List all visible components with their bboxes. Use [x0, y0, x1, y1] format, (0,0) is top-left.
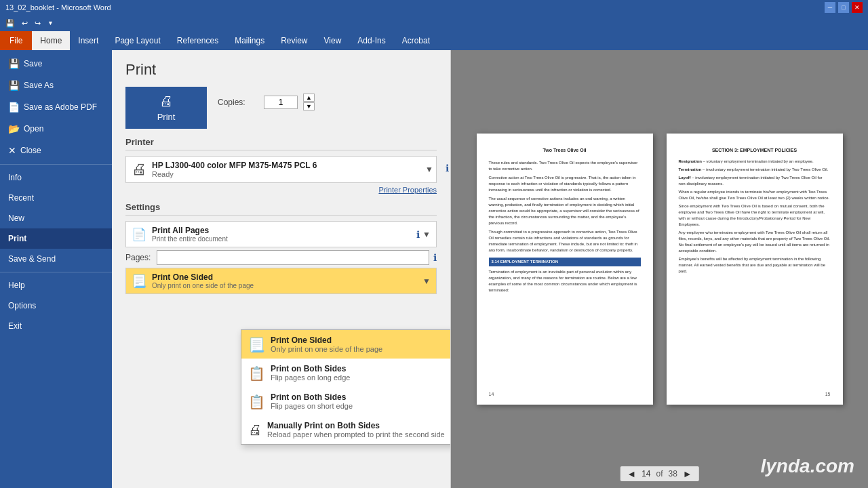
copies-label: Copies:	[218, 98, 258, 107]
next-page-button[interactable]: ►	[683, 468, 692, 479]
open-label: Open	[24, 124, 43, 134]
close-button[interactable]: ✕	[852, 2, 863, 13]
print-button[interactable]: 🖨 Print	[125, 87, 207, 129]
printer-status: Ready	[152, 170, 317, 178]
print-one-sided-dropdown-icon[interactable]: ▼	[422, 277, 431, 286]
pages-label: Pages:	[125, 253, 153, 262]
dropdown-option-manually[interactable]: 🖨 Manually Print on Both Sides Reload pa…	[241, 415, 451, 444]
printer-section-title: Printer	[125, 137, 437, 150]
right-para-1: Resignation – voluntary employment termi…	[679, 159, 831, 165]
save-quick-button[interactable]: 💾	[3, 18, 18, 29]
both-long-option-main: Print on Both Sides	[271, 364, 350, 373]
print-all-pages-info-icon[interactable]: ℹ	[416, 229, 420, 240]
prev-page-button[interactable]: ◄	[627, 468, 636, 479]
backstage-save[interactable]: 💾 Save	[0, 53, 112, 75]
dropdown-option-both-long[interactable]: 📋 Print on Both Sides Flip pages on long…	[241, 359, 451, 387]
right-para-7: Employee's benefits will be affected by …	[679, 256, 831, 274]
print-button-label: Print	[157, 112, 176, 122]
undo-button[interactable]: ↩	[19, 18, 31, 29]
current-page-number: 14	[642, 469, 650, 479]
printer-dropdown-icon[interactable]: ▼	[425, 165, 433, 174]
one-sided-option-text: Print One Sided Only print on one side o…	[271, 336, 382, 353]
dropdown-option-both-short[interactable]: 📋 Print on Both Sides Flip pages on shor…	[241, 387, 451, 415]
backstage-options[interactable]: Options	[0, 296, 112, 316]
both-long-option-sub: Flip pages on long edge	[271, 373, 350, 382]
tab-insert[interactable]: Insert	[70, 31, 106, 50]
backstage-exit[interactable]: Exit	[0, 316, 112, 336]
left-page-title: Two Trees Olive Oil	[489, 147, 641, 155]
printer-row[interactable]: 🖨 HP LJ300-400 color MFP M375-M475 PCL 6…	[125, 156, 437, 183]
backstage-info[interactable]: Info	[0, 167, 112, 188]
backstage-open[interactable]: 📂 Open	[0, 118, 112, 140]
tab-file[interactable]: File	[0, 31, 32, 50]
window-controls[interactable]: ─ □ ✕	[825, 2, 863, 13]
open-icon: 📂	[8, 123, 20, 134]
customize-quick-access-button[interactable]: ▼	[45, 18, 56, 28]
pages-input-row: Pages: ℹ	[125, 250, 437, 265]
printer-selector: 🖨 HP LJ300-400 color MFP M375-M475 PCL 6…	[125, 156, 437, 183]
preview-page-right: SECTION 3: EMPLOYMENT POLICIES Resignati…	[667, 134, 843, 405]
dropdown-option-one-sided[interactable]: 📃 Print One Sided Only print on one side…	[241, 330, 451, 359]
left-para-3: The usual sequence of corrective actions…	[489, 196, 641, 226]
tab-home[interactable]: Home	[32, 31, 70, 50]
backstage-savesend[interactable]: Save & Send	[0, 249, 112, 269]
backstage-close[interactable]: ✕ Close	[0, 140, 112, 161]
print-all-pages-row[interactable]: 📄 Print All Pages Print the entire docum…	[125, 221, 437, 247]
pages-info-icon[interactable]: ℹ	[433, 252, 437, 263]
copies-up-button[interactable]: ▲	[303, 94, 315, 102]
print-title: Print	[125, 61, 437, 79]
printer-info-icon[interactable]: ℹ	[446, 163, 449, 174]
tab-references[interactable]: References	[169, 31, 226, 50]
printer-info: HP LJ300-400 color MFP M375-M475 PCL 6 R…	[152, 161, 317, 178]
page-navigation: ◄ 14 of 38 ►	[620, 466, 698, 481]
help-label: Help	[8, 281, 25, 290]
maximize-button[interactable]: □	[838, 2, 849, 13]
backstage-new[interactable]: New	[0, 208, 112, 228]
backstage-saveas[interactable]: 💾 Save As	[0, 75, 112, 96]
both-short-option-icon: 📋	[248, 394, 265, 410]
options-label: Options	[8, 301, 36, 310]
lynda-logo: lynda.com	[761, 455, 854, 477]
tab-page-layout[interactable]: Page Layout	[106, 31, 168, 50]
print-one-sided-row[interactable]: 📃 Print One Sided Only print on one side…	[125, 268, 437, 294]
backstage-recent[interactable]: Recent	[0, 188, 112, 208]
close-label: Close	[20, 146, 41, 155]
left-para-4: Though committed to a progressive approa…	[489, 229, 641, 253]
print-all-pages-dropdown-icon[interactable]: ▼	[422, 230, 431, 239]
printer-icon: 🖨	[132, 161, 146, 178]
left-page-number: 14	[489, 391, 494, 399]
redo-button[interactable]: ↪	[32, 18, 43, 29]
exit-label: Exit	[8, 321, 22, 331]
backstage-print[interactable]: Print	[0, 228, 112, 249]
copies-input[interactable]	[264, 96, 298, 109]
tab-review[interactable]: Review	[273, 31, 315, 50]
both-short-option-sub: Flip pages on short edge	[271, 402, 353, 410]
minimize-button[interactable]: ─	[825, 2, 835, 13]
both-long-option-text: Print on Both Sides Flip pages on long e…	[271, 364, 350, 382]
quick-access-toolbar: 💾 ↩ ↪ ▼	[0, 15, 868, 31]
settings-section-title: Settings	[125, 202, 437, 216]
savesend-label: Save & Send	[8, 254, 56, 264]
tab-acrobat[interactable]: Acrobat	[394, 31, 438, 50]
tab-view[interactable]: View	[316, 31, 350, 50]
print-one-sided-sub: Only print on one side of the page	[152, 282, 420, 289]
pages-input[interactable]	[157, 250, 429, 265]
right-page-number: 15	[825, 391, 831, 399]
both-short-option-text: Print on Both Sides Flip pages on short …	[271, 392, 353, 410]
printer-properties-link[interactable]: Printer Properties	[125, 186, 437, 194]
print-one-sided-main: Print One Sided	[152, 272, 420, 282]
backstage-help[interactable]: Help	[0, 275, 112, 296]
one-sided-option-icon: 📃	[248, 337, 265, 353]
left-para-1: These rules and standards. Two Trees Oli…	[489, 160, 641, 172]
backstage-saveadobe[interactable]: 📄 Save as Adobe PDF	[0, 96, 112, 118]
backstage-sidebar: 💾 Save 💾 Save As 📄 Save as Adobe PDF 📂 O…	[0, 50, 112, 488]
total-pages-number: 38	[669, 469, 677, 479]
new-label: New	[8, 214, 24, 223]
tab-addins[interactable]: Add-Ins	[349, 31, 393, 50]
both-short-option-main: Print on Both Sides	[271, 392, 353, 402]
manually-option-text: Manually Print on Both Sides Reload pape…	[267, 421, 445, 439]
right-para-6: Any employee who terminates employment w…	[679, 230, 831, 254]
tab-mailings[interactable]: Mailings	[226, 31, 273, 50]
print-all-pages-main: Print All Pages	[152, 226, 420, 235]
copies-down-button[interactable]: ▼	[303, 102, 315, 110]
